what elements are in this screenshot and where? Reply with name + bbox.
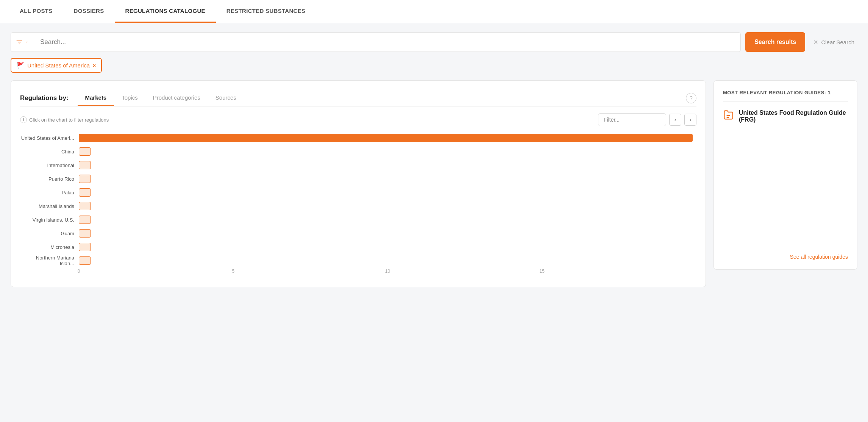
clear-search-label: Clear Search: [821, 39, 854, 45]
filter-tag-remove-button[interactable]: ×: [93, 63, 96, 69]
see-all-anchor[interactable]: See all regulation guides: [790, 254, 848, 260]
folder-document-icon: [723, 110, 734, 120]
chart-controls: ℹ Click on the chart to filter regulatio…: [20, 113, 696, 126]
main-navigation: ALL POSTSDOSSIERSREGULATIONS CATALOGUERE…: [0, 0, 868, 23]
x-axis: 0 5 10 15: [79, 269, 696, 278]
filter-tag-label: United States of America: [27, 62, 90, 69]
chart-bar-row[interactable]: Guam: [20, 228, 696, 239]
bar-label: Puerto Rico: [20, 176, 79, 182]
page-content: probiotics Search results Clear Search 🚩…: [0, 23, 868, 296]
filter-input-row: ‹ ›: [598, 113, 696, 126]
next-arrow-button[interactable]: ›: [684, 114, 696, 126]
search-results-button[interactable]: Search results: [745, 32, 805, 52]
bar-track: [79, 175, 696, 183]
chart-bar-row[interactable]: Virgin Islands, U.S.: [20, 214, 696, 225]
tab-markets[interactable]: Markets: [78, 90, 114, 106]
bar-track: [79, 188, 696, 197]
bar-label: United States of Ameri...: [20, 135, 79, 141]
bar-label: Northern Mariana Islan...: [20, 255, 79, 266]
x-tick-0: 0: [78, 269, 80, 274]
bar-label: China: [20, 149, 79, 155]
bar-track: [79, 229, 696, 238]
tab-sources[interactable]: Sources: [208, 90, 244, 106]
nav-tab-dossiers[interactable]: DOSSIERS: [63, 0, 115, 23]
chart-bar-row[interactable]: Palau: [20, 187, 696, 198]
bar-fill: [79, 216, 91, 224]
right-panel: MOST RELEVANT REGULATION GUIDES: 1 Unite…: [713, 80, 857, 270]
help-button[interactable]: ?: [686, 93, 696, 103]
filter-tags-row: 🚩 United States of America ×: [11, 58, 857, 73]
chart-bar-row[interactable]: Puerto Rico: [20, 173, 696, 184]
panel-tabs-container: Regulations by: Markets Topics Product c…: [20, 90, 696, 106]
search-input[interactable]: probiotics: [34, 38, 740, 46]
bar-label: Marshall Islands: [20, 203, 79, 209]
chart-filter-input[interactable]: [598, 113, 666, 126]
chart-bar-row[interactable]: Northern Mariana Islan...: [20, 255, 696, 266]
bar-track: [79, 216, 696, 224]
chart-bar-row[interactable]: China: [20, 146, 696, 157]
flag-icon: 🚩: [17, 62, 24, 69]
bar-label: Virgin Islands, U.S.: [20, 217, 79, 223]
regulation-guide-icon: [723, 110, 734, 123]
nav-tab-all-posts[interactable]: ALL POSTS: [9, 0, 63, 23]
chart-bar-row[interactable]: Marshall Islands: [20, 200, 696, 212]
bar-track: [79, 134, 696, 142]
bar-label: Guam: [20, 231, 79, 236]
x-tick-15: 15: [540, 269, 545, 274]
prev-arrow-button[interactable]: ‹: [669, 114, 681, 126]
regulation-guide-item[interactable]: United States Food Regulation Guide (FRG…: [723, 109, 848, 123]
bar-fill: [79, 243, 91, 251]
chart-bar-row[interactable]: International: [20, 159, 696, 171]
regulations-by-label: Regulations by:: [20, 94, 69, 102]
left-panel: Regulations by: Markets Topics Product c…: [11, 80, 706, 287]
clear-search-button[interactable]: Clear Search: [810, 39, 857, 45]
bar-fill: [79, 188, 91, 197]
bar-fill: [79, 147, 91, 156]
filter-icon: [16, 38, 23, 46]
bar-track: [79, 243, 696, 251]
bar-track: [79, 256, 696, 265]
chevron-down-icon: [25, 40, 29, 44]
bar-fill: [79, 202, 91, 210]
bar-label: Palau: [20, 190, 79, 195]
search-container: probiotics: [11, 32, 741, 52]
bar-fill: [79, 161, 91, 169]
bar-track: [79, 202, 696, 210]
bar-fill: [79, 175, 91, 183]
chart-info-text: ℹ Click on the chart to filter regulatio…: [20, 116, 109, 123]
bar-label: Micronesia: [20, 244, 79, 250]
bar-fill: [79, 229, 91, 238]
x-tick-5: 5: [232, 269, 234, 274]
chart-info-label: Click on the chart to filter regulations: [29, 117, 109, 123]
chart-bar-row[interactable]: United States of Ameri...: [20, 132, 696, 144]
see-all-link[interactable]: See all regulation guides: [723, 246, 848, 260]
chart-bar-row[interactable]: Micronesia: [20, 241, 696, 253]
bar-fill: [79, 134, 693, 142]
info-icon: ℹ: [20, 116, 27, 123]
tab-product-categories[interactable]: Product categories: [145, 90, 208, 106]
panels-row: Regulations by: Markets Topics Product c…: [11, 80, 857, 287]
bar-fill: [79, 256, 91, 265]
x-tick-10: 10: [385, 269, 390, 274]
bar-label: International: [20, 163, 79, 168]
search-filter-button[interactable]: [11, 33, 34, 52]
regulation-guide-title: United States Food Regulation Guide (FRG…: [739, 109, 848, 123]
country-filter-tag[interactable]: 🚩 United States of America ×: [11, 58, 102, 73]
search-bar-row: probiotics Search results Clear Search: [11, 32, 857, 52]
right-panel-header: MOST RELEVANT REGULATION GUIDES: 1: [723, 90, 848, 102]
bar-track: [79, 147, 696, 156]
bar-track: [79, 161, 696, 169]
nav-tab-restricted-substances[interactable]: RESTRICTED SUBSTANCES: [216, 0, 316, 23]
bar-chart: United States of Ameri... China Internat…: [20, 132, 696, 278]
tab-topics[interactable]: Topics: [114, 90, 145, 106]
nav-tab-regulations-catalogue[interactable]: REGULATIONS CATALOGUE: [115, 0, 216, 23]
close-icon: [813, 39, 819, 45]
